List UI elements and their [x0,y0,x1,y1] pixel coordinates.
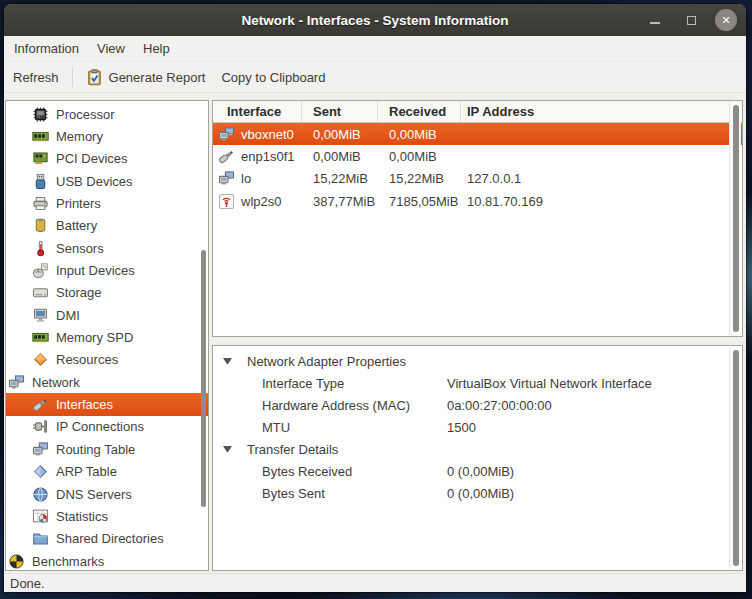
sidebar-item-arp-table[interactable]: ARP Table [6,461,208,483]
statusbar: Done. [4,573,746,592]
column-header-ip-address[interactable]: IP Address [461,101,742,122]
property-row-hardware-address-mac-[interactable]: Hardware Address (MAC)0a:00:27:00:00:00 [213,394,742,416]
pci-icon [32,150,49,167]
sidebar-scrollbar[interactable] [201,250,206,507]
sidebar-item-routing-table[interactable]: Routing Table [6,438,208,460]
property-value: 1500 [447,420,476,435]
property-section-transfer-details[interactable]: Transfer Details [213,438,742,460]
input-devices-icon [32,262,49,279]
maximize-button[interactable] [682,9,700,31]
interface-table-panel: Interface Sent Received IP Address vboxn… [212,100,743,337]
interface-table-body: vboxnet00,00MiB0,00MiBenp1s0f10,00MiB0,0… [213,123,742,213]
properties-scrollbar[interactable] [729,347,741,569]
content-area: ProcessorMemoryPCI DevicesUSB DevicesPri… [4,93,746,573]
sidebar-item-statistics[interactable]: Statistics [6,505,208,527]
property-value: 0a:00:27:00:00:00 [447,398,552,413]
properties-panel: Network Adapter PropertiesInterface Type… [212,345,743,571]
sidebar-item-printers[interactable]: Printers [6,192,208,214]
sidebar-item-memory-spd[interactable]: Memory SPD [6,326,208,348]
column-header-received[interactable]: Received [378,101,461,122]
sidebar-item-label: DNS Servers [56,487,132,502]
connector-icon [218,148,235,165]
desktop-background: Network - Interfaces - System Informatio… [0,0,752,599]
expander-triangle-icon[interactable] [223,358,232,364]
generate-report-button[interactable]: Generate Report [82,66,210,89]
table-row-wlp2s0[interactable]: wlp2s0387,77MiB7185,05MiB10.81.70.169 [213,190,742,212]
connector-icon [32,396,49,413]
network-computers-icon [218,170,235,187]
interface-name: lo [241,171,251,186]
sidebar-item-label: ARP Table [56,464,117,479]
sidebar-item-dns-servers[interactable]: DNS Servers [6,483,208,505]
copy-to-clipboard-button[interactable]: Copy to Clipboard [217,67,329,88]
generate-report-label: Generate Report [109,70,206,85]
refresh-button[interactable]: Refresh [9,67,63,88]
copy-to-clipboard-label: Copy to Clipboard [221,70,325,85]
property-row-bytes-received[interactable]: Bytes Received0 (0,00MiB) [213,460,742,482]
property-row-mtu[interactable]: MTU1500 [213,416,742,438]
interface-cell: vboxnet0 [213,126,302,143]
toolbar-separator [72,67,73,87]
table-header: Interface Sent Received IP Address [213,101,742,123]
sidebar-item-usb-devices[interactable]: USB Devices [6,170,208,192]
memory-icon [32,128,49,145]
sidebar-item-label: Shared Directories [56,531,164,546]
sidebar-item-shared-directories[interactable]: Shared Directories [6,528,208,550]
close-icon: ✕ [721,14,730,27]
minimize-button[interactable] [646,9,664,31]
property-section-network-adapter-properties[interactable]: Network Adapter Properties [213,350,742,372]
table-row-enp1s0f1[interactable]: enp1s0f10,00MiB0,00MiB [213,145,742,167]
properties-list: Network Adapter PropertiesInterface Type… [213,350,742,504]
sent-cell: 0,00MiB [302,127,378,142]
expander-triangle-icon[interactable] [223,446,232,452]
minimize-icon [650,22,660,24]
window-title: Network - Interfaces - System Informatio… [241,13,508,28]
titlebar[interactable]: Network - Interfaces - System Informatio… [4,4,746,36]
sidebar-item-label: Routing Table [56,442,135,457]
menu-view[interactable]: View [88,36,134,61]
resources-diamond-icon [32,351,49,368]
received-cell: 0,00MiB [378,127,461,142]
table-row-vboxnet0[interactable]: vboxnet00,00MiB0,00MiB [213,123,742,145]
sidebar-item-dmi[interactable]: DMI [6,304,208,326]
sidebar-item-label: Interfaces [56,397,113,412]
sidebar-item-input-devices[interactable]: Input Devices [6,259,208,281]
property-row-interface-type[interactable]: Interface TypeVirtualBox Virtual Network… [213,372,742,394]
sidebar-item-interfaces[interactable]: Interfaces [6,393,208,415]
storage-icon [32,284,49,301]
interface-cell: lo [213,170,302,187]
sidebar-item-label: Sensors [56,241,104,256]
property-row-bytes-sent[interactable]: Bytes Sent0 (0,00MiB) [213,482,742,504]
menu-information[interactable]: Information [5,36,88,61]
sidebar-item-storage[interactable]: Storage [6,282,208,304]
close-button[interactable]: ✕ [715,9,737,31]
received-cell: 0,00MiB [378,149,461,164]
sidebar-item-pci-devices[interactable]: PCI Devices [6,148,208,170]
sidebar-item-battery[interactable]: Battery [6,215,208,237]
sidebar-item-processor[interactable]: Processor [6,103,208,125]
sidebar-item-resources[interactable]: Resources [6,349,208,371]
table-scrollbar[interactable] [729,102,741,335]
property-value: VirtualBox Virtual Network Interface [447,376,652,391]
sidebar-item-sensors[interactable]: Sensors [6,237,208,259]
properties-scrollbar-handle[interactable] [733,350,739,566]
sidebar-item-benchmarks[interactable]: Benchmarks [6,550,208,571]
sidebar-item-memory[interactable]: Memory [6,125,208,147]
menu-help[interactable]: Help [134,36,179,61]
property-label: Interface Type [262,376,447,391]
app-window: Network - Interfaces - System Informatio… [4,4,746,592]
sidebar-item-label: DMI [56,308,80,323]
sidebar-item-label: USB Devices [56,174,133,189]
sidebar-item-network[interactable]: Network [6,371,208,393]
table-scrollbar-handle[interactable] [733,105,739,332]
network-computers-icon [32,441,49,458]
sidebar-item-ip-connections[interactable]: IP Connections [6,416,208,438]
plug-icon [32,418,49,435]
interface-cell: wlp2s0 [213,193,302,210]
column-header-sent[interactable]: Sent [302,101,378,122]
table-row-lo[interactable]: lo15,22MiB15,22MiB127.0.0.1 [213,168,742,190]
printer-icon [32,195,49,212]
column-header-interface[interactable]: Interface [213,101,302,122]
sidebar-item-label: Benchmarks [32,554,104,569]
network-computers-icon [8,374,25,391]
